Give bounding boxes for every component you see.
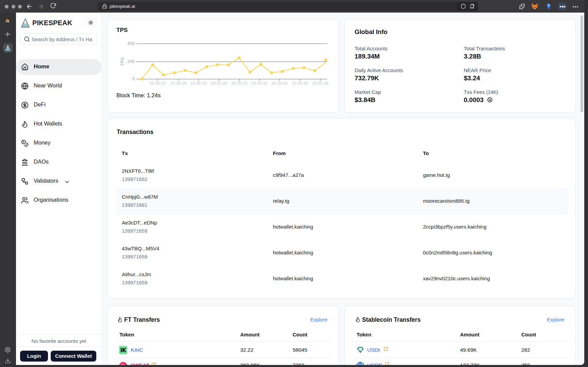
svg-text:200: 200 bbox=[127, 59, 135, 64]
svg-text:19:35:32: 19:35:32 bbox=[251, 81, 268, 86]
svg-text:TPS: TPS bbox=[120, 57, 125, 66]
svg-text:19:35:34: 19:35:34 bbox=[271, 81, 288, 86]
svg-text:19:35:28: 19:35:28 bbox=[211, 81, 227, 86]
svg-text:19:35:26: 19:35:26 bbox=[190, 81, 207, 86]
svg-text:19:35:30: 19:35:30 bbox=[231, 81, 248, 86]
svg-text:19:35:38: 19:35:38 bbox=[312, 81, 329, 86]
svg-text:19:35:36: 19:35:36 bbox=[292, 81, 308, 86]
svg-text:19:35:22: 19:35:22 bbox=[149, 81, 166, 86]
svg-text:400: 400 bbox=[127, 41, 135, 46]
svg-text:19:35:24: 19:35:24 bbox=[170, 81, 187, 86]
svg-text:N: N bbox=[489, 98, 491, 102]
svg-text:0: 0 bbox=[132, 76, 135, 81]
